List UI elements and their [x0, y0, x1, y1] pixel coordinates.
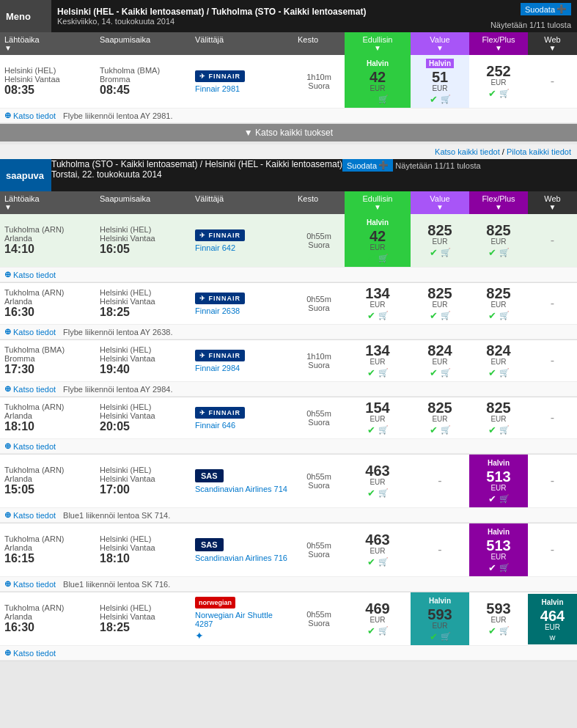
edullisin-price-cell[interactable]: 463 EUR ✔ 🛒 — [345, 460, 411, 501]
col-header-flexplus[interactable]: Flex/Plus ▼ — [469, 32, 528, 55]
show-all-bar[interactable]: ▼ Katso kaikki tuokset — [0, 124, 577, 141]
cart-icon[interactable]: 🛒 — [441, 368, 451, 378]
sort-arrow-flexplus[interactable]: ▼ — [474, 44, 523, 52]
inbound-sort-arrow-value[interactable]: ▼ — [415, 203, 465, 211]
flexplus-amount: 825 — [474, 400, 523, 415]
value-price-cell[interactable]: Halvin 51 EUR ✔ 🛒 — [411, 55, 469, 108]
col-header-value[interactable]: Value ▼ — [411, 32, 469, 55]
pilota-kaikki-link[interactable]: Pilota kaikki tiedot — [507, 147, 571, 156]
airline-link[interactable]: Finnair 646 — [195, 421, 289, 430]
inbound-suodata-button[interactable]: Suodata ➕ — [342, 159, 393, 172]
departure-terminal: Arlanda — [4, 612, 91, 621]
cart-icon[interactable]: 🛒 — [499, 494, 510, 504]
value-price-cell[interactable]: Halvin 593 EUR ✔ 🛒 — [411, 592, 469, 645]
cart-icon[interactable]: 🛒 — [378, 368, 389, 378]
inbound-col-header-edullisin[interactable]: Edullisin ▼ — [345, 191, 411, 214]
cart-icon[interactable]: 🛒 — [499, 248, 510, 257]
flexplus-currency: EUR — [474, 484, 523, 492]
edullisin-price-cell[interactable]: Halvin 42 EUR ✔ 🛒 — [345, 55, 411, 108]
sort-arrow-edullisin[interactable]: ▼ — [349, 44, 406, 52]
inbound-col-header-flexplus[interactable]: Flex/Plus ▼ — [469, 191, 528, 214]
departure-cell: Tukholma (ARN) Arlanda 14:10 — [0, 222, 95, 259]
inbound-sort-arrow-web[interactable]: ▼ — [532, 203, 573, 211]
value-price-cell[interactable]: 825 EUR ✔ 🛒 — [411, 220, 469, 261]
value-price-cell[interactable]: 825 EUR ✔ 🛒 — [411, 283, 469, 324]
cart-icon[interactable]: 🛒 — [441, 248, 451, 257]
cart-icon[interactable]: 🛒 — [441, 311, 451, 320]
check-icon: ✔ — [367, 310, 375, 321]
airline-link[interactable]: Finnair 642 — [195, 243, 289, 252]
airline-link[interactable]: Finnair 2981 — [195, 84, 289, 93]
sort-arrow-lahtoaika[interactable]: ▼ — [4, 44, 91, 52]
katso-tiedot-button[interactable]: ⊕ Katso tiedot — [4, 384, 56, 394]
katso-tiedot-button[interactable]: ⊕ Katso tiedot — [4, 270, 56, 279]
airline-link[interactable]: Finnair 2638 — [195, 306, 289, 315]
airline-cell: ✈ FINNAIR Finnair 646 — [191, 404, 293, 433]
flexplus-price-cell[interactable]: 825 EUR ✔ 🛒 — [469, 283, 528, 324]
suodata-button[interactable]: Suodata ➕ — [521, 3, 571, 15]
airline-cell: SAS Scandinavian Airlines 714 — [191, 466, 293, 496]
web-dash: - — [532, 75, 573, 88]
inbound-results-count: Näytetään 11/11 tulosta — [395, 161, 480, 170]
cart-icon[interactable]: 🛒 — [499, 563, 510, 573]
web-icon[interactable]: w — [550, 633, 556, 641]
cart-icon[interactable]: 🛒 — [441, 95, 451, 104]
edullisin-price-cell[interactable]: 134 EUR ✔ 🛒 — [345, 283, 411, 324]
duration: 0h55m — [298, 409, 340, 418]
cart-icon[interactable]: 🛒 — [499, 311, 510, 320]
cart-icon[interactable]: 🛒 — [378, 626, 389, 636]
sort-arrow-web[interactable]: ▼ — [532, 44, 573, 52]
katso-tiedot-button[interactable]: ⊕ Katso tiedot — [4, 441, 56, 451]
departure-time: 08:35 — [4, 84, 91, 97]
katso-kaikki-link[interactable]: Katso kaikki tiedot — [435, 147, 500, 156]
cart-icon[interactable]: 🛒 — [499, 626, 510, 636]
cart-icon[interactable]: 🛒 — [499, 89, 510, 98]
flexplus-price-cell[interactable]: 252 EUR ✔ 🛒 — [469, 61, 528, 102]
edullisin-price-cell[interactable]: 154 EUR ✔ 🛒 — [345, 397, 411, 438]
web-amount: 464 — [532, 608, 573, 623]
edullisin-price-cell[interactable]: 463 EUR ✔ 🛒 — [345, 529, 411, 570]
cart-icon[interactable]: 🛒 — [378, 95, 389, 104]
katso-tiedot-button[interactable]: ⊕ Katso tiedot — [4, 327, 56, 337]
cart-icon[interactable]: 🛒 — [499, 425, 510, 435]
inbound-sort-arrow-lahtoaika[interactable]: ▼ — [4, 203, 91, 211]
airline-link[interactable]: Scandinavian Airlines 716 — [195, 554, 289, 562]
katso-tiedot-button[interactable]: ⊕ Katso tiedot — [4, 510, 56, 520]
airline-link[interactable]: Scandinavian Airlines 714 — [195, 485, 289, 493]
katso-tiedot-button[interactable]: ⊕ Katso tiedot — [4, 648, 56, 658]
edullisin-price-cell[interactable]: 134 EUR ✔ 🛒 — [345, 340, 411, 381]
cart-icon[interactable]: 🛒 — [378, 254, 389, 263]
col-header-web[interactable]: Web ▼ — [528, 32, 577, 55]
inbound-col-header-web[interactable]: Web ▼ — [528, 191, 577, 214]
web-price-cell[interactable]: Halvin 464 EUR w — [528, 594, 577, 644]
inbound-col-header-value[interactable]: Value ▼ — [411, 191, 469, 214]
flexplus-price-cell[interactable]: 593 EUR ✔ 🛒 — [469, 598, 528, 639]
katso-tiedot-button[interactable]: ⊕ Katso tiedot — [4, 579, 56, 589]
cart-icon[interactable]: 🛒 — [378, 311, 389, 320]
col-header-edullisin[interactable]: Edullisin ▼ — [345, 32, 411, 55]
flexplus-price-cell[interactable]: Halvin 513 EUR ✔ 🛒 — [469, 455, 528, 507]
duration-cell: 0h55m Suora — [293, 538, 345, 562]
edullisin-price-cell[interactable]: 469 EUR ✔ 🛒 — [345, 598, 411, 639]
flexplus-price-cell[interactable]: 824 EUR ✔ 🛒 — [469, 340, 528, 381]
cart-icon[interactable]: 🛒 — [441, 632, 451, 641]
inbound-sort-arrow-flexplus[interactable]: ▼ — [474, 203, 523, 211]
cart-icon[interactable]: 🛒 — [378, 425, 389, 435]
arrival-airport: Helsinki (HEL) — [100, 345, 186, 354]
airline-link[interactable]: Finnair 2984 — [195, 364, 289, 372]
value-price-cell[interactable]: 824 EUR ✔ 🛒 — [411, 340, 469, 381]
flexplus-price-cell[interactable]: Halvin 513 EUR ✔ 🛒 — [469, 523, 528, 576]
flexplus-price-cell[interactable]: 825 EUR ✔ 🛒 — [469, 220, 528, 261]
edullisin-icons: ✔ 🛒 — [349, 488, 406, 499]
inbound-sort-arrow-edullisin[interactable]: ▼ — [349, 203, 406, 211]
cart-icon[interactable]: 🛒 — [378, 488, 389, 498]
airline-link[interactable]: Norwegian Air Shuttle 4287 — [195, 611, 289, 628]
cart-icon[interactable]: 🛒 — [441, 425, 451, 435]
cart-icon[interactable]: 🛒 — [378, 557, 389, 567]
edullisin-price-cell[interactable]: Halvin 42 EUR ✔ 🛒 — [345, 214, 411, 267]
cart-icon[interactable]: 🛒 — [499, 368, 510, 378]
sort-arrow-value[interactable]: ▼ — [415, 44, 465, 52]
flexplus-price-cell[interactable]: 825 EUR ✔ 🛒 — [469, 397, 528, 438]
katso-tiedot-button[interactable]: ⊕ Katso tiedot — [4, 111, 56, 120]
value-price-cell[interactable]: 825 EUR ✔ 🛒 — [411, 397, 469, 438]
